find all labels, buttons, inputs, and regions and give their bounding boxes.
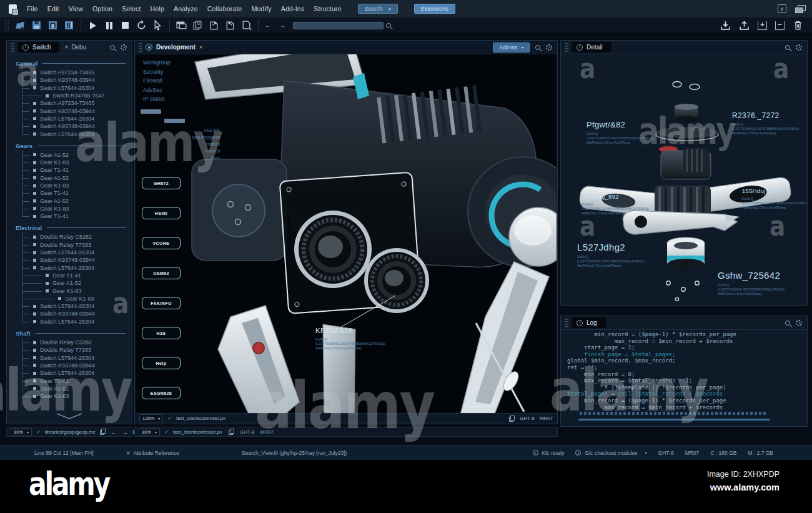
search-icon[interactable] (785, 45, 790, 50)
chevron-down-icon[interactable]: ▾ (200, 45, 202, 50)
tree-item[interactable]: Switch A97234-73465 (7, 69, 132, 76)
tree-item[interactable]: Switch A97234-73465 (7, 99, 132, 107)
strip-back-arrow[interactable]: ← (111, 429, 117, 436)
git-status[interactable]: Git: checkout modules ▾ (575, 450, 646, 456)
viewport-nav-firewall[interactable]: Firewall (143, 77, 171, 84)
tree-item[interactable]: Double Relay C5282 (7, 233, 132, 241)
remove-box-button[interactable]: − (775, 21, 785, 30)
back-arrow[interactable]: ← (265, 22, 274, 29)
scroll-down-chevron[interactable] (56, 412, 83, 420)
menu-item-edit[interactable]: Edit (47, 5, 59, 12)
tree-item[interactable]: Switch K93748-03944 (7, 76, 132, 84)
cursor-icon[interactable] (152, 20, 163, 31)
toolbar-grip[interactable] (5, 20, 10, 31)
tree-item[interactable]: Switch L57644-26304 (7, 369, 132, 377)
copy-pages-icon[interactable] (192, 20, 203, 31)
search-icon[interactable] (110, 45, 115, 50)
tree-item[interactable]: Gear A1-52 (7, 174, 132, 182)
menu-item-analyze[interactable]: Analyze (174, 5, 198, 12)
viewport-button-help[interactable]: Help (142, 357, 181, 369)
viewport-button-h3s[interactable]: H3S (142, 327, 181, 339)
tree-item[interactable]: Gear T1-41 (7, 272, 132, 279)
tree-item[interactable]: Gear T1-41 (7, 212, 132, 220)
play-button[interactable] (87, 20, 98, 31)
viewport-button-gh672[interactable]: GH672 (142, 177, 181, 189)
tree-item[interactable]: Double Relay C5282 (7, 339, 132, 346)
tab-debug[interactable]: × Debu (59, 42, 91, 52)
paste-page-icon[interactable] (241, 20, 252, 31)
panel-grip[interactable] (11, 43, 14, 52)
address-input[interactable] (293, 22, 384, 29)
tree-item[interactable]: Switch L57644-26304 (7, 130, 132, 137)
search-menu-button[interactable]: Search▾ (358, 4, 398, 14)
3d-viewport[interactable]: WorkgroupSecurityFirewallAdvSecIP status… (136, 54, 557, 413)
export-page-icon[interactable] (209, 20, 219, 31)
version-box-icon[interactable]: ∨ (778, 4, 786, 13)
toolbar-search-icon[interactable] (386, 23, 391, 28)
tree-item[interactable]: Switch K93748-03944 (7, 310, 132, 317)
addins-button[interactable]: Add-ins▾ (493, 42, 530, 52)
search-icon[interactable] (785, 321, 790, 326)
viewport-button-hs0d[interactable]: HS0D (142, 207, 181, 219)
pages-icon[interactable] (229, 429, 234, 435)
download-tray-icon[interactable] (720, 20, 731, 31)
panel-grip[interactable] (565, 43, 568, 52)
tree-item[interactable]: Gear K1-83 (7, 205, 132, 212)
tree-item[interactable]: Double Relay T7383 (7, 241, 132, 249)
viewport-button-osm92[interactable]: OSM92 (142, 267, 181, 279)
tree-item[interactable]: Gear A1-52 (7, 151, 132, 159)
search-icon[interactable] (535, 45, 540, 50)
viewport-nav-security[interactable]: Security (143, 69, 171, 75)
extensions-button[interactable]: Extensions (414, 4, 455, 14)
viewport-button-esgn628[interactable]: ESGN628 (142, 387, 181, 399)
tree-item[interactable]: Gear K1-83 (7, 287, 132, 294)
menu-item-select[interactable]: Select (122, 5, 141, 12)
menu-item-file[interactable]: File (27, 5, 38, 12)
tree-item[interactable]: Gear K1-83 (7, 392, 132, 400)
cascade-windows-icon[interactable] (795, 5, 806, 13)
menu-item-modify[interactable]: Modify (252, 5, 272, 12)
gear-icon[interactable] (546, 44, 552, 51)
tree-item[interactable]: Double Relay T7383 (7, 346, 132, 354)
panel-grip[interactable] (565, 319, 568, 327)
pages-icon[interactable] (100, 429, 106, 435)
add-box-button[interactable]: + (758, 21, 767, 30)
tree-item[interactable]: Gear K1-83 (7, 159, 132, 166)
left-zoom-select[interactable]: 80%▾ (11, 428, 32, 436)
tree-item[interactable]: Switch L57644-26304 (7, 318, 132, 326)
save-icon[interactable] (31, 20, 42, 31)
menu-item-view[interactable]: View (69, 5, 83, 12)
tree-item[interactable]: Gear T1-41 (7, 189, 132, 197)
tree-item[interactable]: Switch L57644-26304 (7, 84, 132, 92)
tree-item[interactable]: Gear A1-52 (7, 385, 132, 392)
tab-detail[interactable]: Detail (572, 42, 611, 52)
tree-item[interactable]: Switch K93748-03944 (7, 256, 132, 264)
viewport-zoom-select[interactable]: 120%▾ (139, 414, 163, 422)
viewport-nav-ip-status[interactable]: IP status (143, 96, 171, 102)
forward-arrow[interactable]: → (279, 22, 288, 29)
tree-item[interactable]: Gear T1-41 (7, 166, 132, 174)
strip-forward-arrow[interactable]: → (122, 429, 128, 436)
attribute-reference[interactable]: ✕ Attribute Reference (126, 450, 179, 456)
pages-icon[interactable] (509, 416, 515, 422)
tree-item[interactable]: Switch K93748-03944 (7, 122, 132, 130)
tree-item[interactable]: Gear A1-52 (7, 197, 132, 204)
tab-switch[interactable]: Switch (17, 42, 59, 52)
viewport-nav-advsec[interactable]: AdvSec (143, 87, 171, 93)
menu-item-collaborate[interactable]: Collaborate (207, 5, 242, 12)
viewport-button-vcore[interactable]: VCORE (142, 237, 181, 249)
window-layout-icon[interactable] (176, 20, 187, 31)
folder-icon[interactable] (15, 20, 26, 31)
trash-icon[interactable] (793, 20, 803, 31)
tree-item[interactable]: Switch K93748-03944 (7, 107, 132, 114)
tree-item[interactable]: Switch L57644-26304 (7, 354, 132, 362)
gear-icon[interactable] (796, 320, 802, 326)
import-page-icon[interactable] (225, 20, 235, 31)
menu-item-add-ins[interactable]: Add-Ins (281, 5, 305, 12)
menu-item-help[interactable]: Help (151, 5, 164, 12)
stop-button[interactable] (120, 20, 131, 31)
panel-settings-icon[interactable] (64, 20, 74, 31)
close-icon[interactable]: ✕ (126, 450, 131, 456)
tree-item[interactable]: Gear A1-52 (7, 279, 132, 287)
kit-status[interactable]: Kit: ready (533, 450, 565, 456)
